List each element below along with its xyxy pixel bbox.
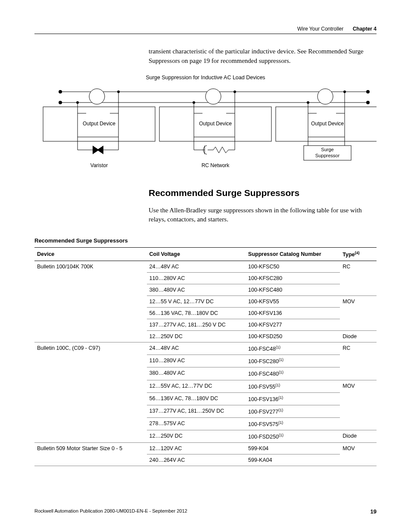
- type-cell: MOV: [340, 380, 377, 430]
- body-recommended: Use the Allen-Bradley surge suppressors …: [149, 206, 377, 225]
- coil-cell: 380…480V AC: [147, 284, 246, 296]
- table-row: Bulletin 100/104K 700K24…48V AC100-KFSC5…: [34, 261, 377, 273]
- intro-paragraph: transient characteristic of the particul…: [149, 47, 377, 66]
- catalog-cell: 100-KFSV55: [246, 296, 340, 308]
- catalog-cell: 100-FSV136(1): [246, 392, 340, 405]
- coil-cell: 12…250V DC: [147, 331, 246, 342]
- catalog-cell: 100-KFSV136: [246, 308, 340, 319]
- surge-suppressor-label-2: Suppressor: [315, 153, 340, 158]
- type-cell: MOV: [340, 443, 377, 466]
- diagram-title: Surge Suppression for Inductive AC Load …: [34, 75, 377, 81]
- catalog-cell: 100-FSD250(1): [246, 430, 340, 443]
- catalog-cell: 100-FSC280(1): [246, 355, 340, 367]
- chapter-label: Chapter 4: [353, 26, 377, 32]
- coil-cell: 56…136V AC, 78…180V DC: [147, 392, 246, 405]
- page-number: 19: [371, 508, 377, 515]
- catalog-cell: 599-KA04: [246, 454, 340, 466]
- type-cell: RC: [340, 261, 377, 296]
- svg-point-14: [89, 89, 105, 104]
- type-cell: RC: [340, 342, 377, 380]
- output-device-label-2: Output Device: [199, 121, 232, 127]
- coil-cell: 56…136 VAC, 78…180V DC: [147, 308, 246, 319]
- catalog-cell: 100-FSV277(1): [246, 405, 340, 417]
- catalog-cell: 100-KFSC280: [246, 273, 340, 284]
- coil-cell: 12…55 V AC, 12…77V DC: [147, 296, 246, 308]
- catalog-cell: 100-FSC480(1): [246, 367, 340, 380]
- catalog-cell: 100-KFSC50: [246, 261, 340, 273]
- device-cell: Bulletin 100C, (C09 - C97): [34, 342, 147, 443]
- coil-cell: 240…264V AC: [147, 454, 246, 466]
- output-device-label-1: Output Device: [83, 121, 115, 127]
- device-cell: Bulletin 100/104K 700K: [34, 261, 147, 342]
- coil-cell: 24…48V AC: [147, 261, 246, 273]
- type-cell: MOV: [340, 296, 377, 331]
- th-type: Type(4): [340, 248, 377, 261]
- table-header-row: Device Coil Voltage Suppressor Catalog N…: [34, 248, 377, 261]
- svg-point-43: [343, 90, 346, 93]
- output-device-label-3: Output Device: [311, 121, 344, 127]
- coil-cell: 278…575V AC: [147, 418, 246, 430]
- catalog-cell: 100-KFSD250: [246, 331, 340, 342]
- varistor-label: Varistor: [90, 162, 108, 168]
- coil-cell: 12…55V AC, 12…77V DC: [147, 380, 246, 392]
- rc-network-label: RC Network: [202, 162, 230, 168]
- svg-point-31: [206, 89, 221, 104]
- svg-point-27: [234, 90, 236, 93]
- section-title: Wire Your Controller: [297, 26, 343, 32]
- coil-cell: 12…120V AC: [147, 443, 246, 454]
- svg-point-26: [193, 101, 195, 104]
- surge-suppression-diagram: Output Device Varistor Output Device: [34, 83, 377, 174]
- coil-cell: 137…277V AC, 181…250V DC: [147, 405, 246, 417]
- catalog-cell: 100-KFSV277: [246, 319, 340, 331]
- device-cell: Bulletin 509 Motor Starter Size 0 - 5: [34, 443, 147, 466]
- svg-point-3: [59, 101, 62, 104]
- type-cell: Diode: [340, 430, 377, 443]
- catalog-cell: 599-K04: [246, 443, 340, 454]
- svg-point-42: [307, 101, 309, 104]
- coil-cell: 380…480V AC: [147, 367, 246, 380]
- table-row: Bulletin 100C, (C09 - C97)24…48V AC100-F…: [34, 342, 377, 355]
- coil-cell: 137…277V AC, 181…250 V DC: [147, 319, 246, 331]
- svg-point-9: [76, 101, 79, 104]
- th-device: Device: [34, 248, 147, 261]
- suppressor-table: Device Coil Voltage Suppressor Catalog N…: [34, 247, 377, 466]
- coil-cell: 12…250V DC: [147, 430, 246, 443]
- coil-cell: 110…280V AC: [147, 273, 246, 284]
- surge-suppressor-label-1: Surge: [321, 147, 333, 152]
- th-catalog: Suppressor Catalog Number: [246, 248, 340, 261]
- svg-point-5: [366, 101, 370, 104]
- catalog-cell: 100-FSC48(1): [246, 342, 340, 355]
- heading-recommended: Recommended Surge Suppressors: [149, 188, 377, 198]
- coil-cell: 110…280V AC: [147, 355, 246, 367]
- page-footer: Rockwell Automation Publication 2080-UM0…: [34, 508, 377, 515]
- type-cell: Diode: [340, 331, 377, 342]
- table-row: Bulletin 509 Motor Starter Size 0 - 512……: [34, 443, 377, 454]
- svg-point-2: [59, 90, 62, 93]
- catalog-cell: 100-FSV55(1): [246, 380, 340, 392]
- svg-point-47: [318, 89, 333, 104]
- th-coil: Coil Voltage: [147, 248, 246, 261]
- publication-info: Rockwell Automation Publication 2080-UM0…: [34, 508, 187, 515]
- svg-point-4: [366, 90, 370, 93]
- svg-point-10: [117, 90, 120, 93]
- svg-marker-22: [97, 146, 103, 154]
- coil-cell: 24…48V AC: [147, 342, 246, 355]
- table-title: Recommended Surge Suppressors: [34, 237, 377, 244]
- catalog-cell: 100-KFSC480: [246, 284, 340, 296]
- catalog-cell: 100-FSV575(1): [246, 418, 340, 430]
- page-header: Wire Your Controller Chapter 4: [34, 26, 377, 34]
